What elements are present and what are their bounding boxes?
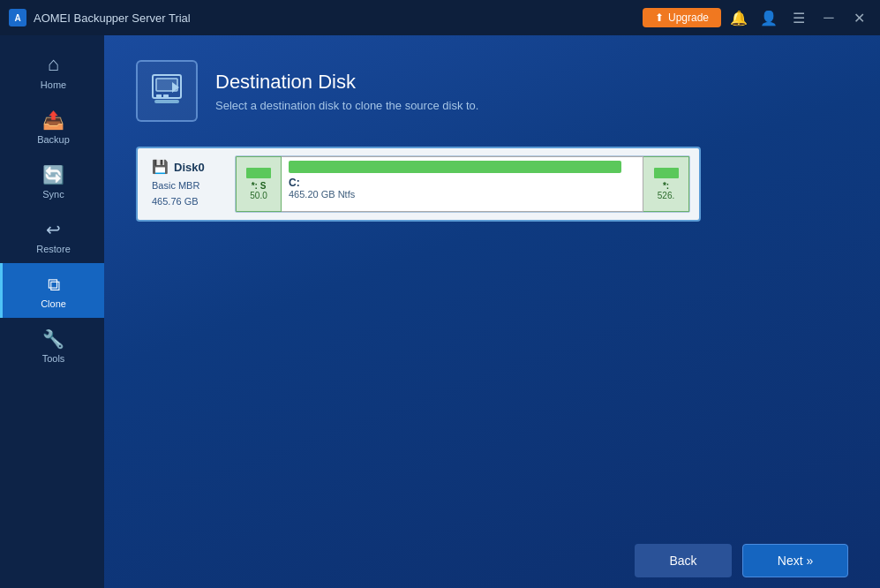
home-icon: ⌂ (48, 55, 59, 74)
menu-button[interactable]: ☰ (786, 5, 811, 30)
partition-main: C: 465.20 GB Ntfs (282, 156, 643, 212)
page-title-section: Destination Disk Select a destination di… (215, 71, 478, 112)
close-icon: ✕ (854, 10, 865, 26)
upgrade-icon: ⬆ (655, 11, 664, 24)
page-subtitle: Select a destination disk to clone the s… (215, 99, 478, 112)
back-button[interactable]: Back (635, 544, 732, 577)
tools-icon: 🔧 (42, 330, 64, 348)
sidebar-item-tools[interactable]: 🔧 Tools (0, 318, 104, 373)
sidebar: ⌂ Home 📤 Backup 🔄 Sync ↩ Restore ⧉ Clone… (0, 35, 104, 588)
sidebar-item-backup[interactable]: 📤 Backup (0, 99, 104, 154)
sidebar-label-home: Home (41, 79, 66, 90)
sidebar-label-tools: Tools (42, 353, 65, 364)
partition-end: *: 526. (643, 156, 689, 212)
account-button[interactable]: 👤 (756, 5, 781, 30)
sidebar-label-restore: Restore (36, 244, 71, 254)
svg-rect-5 (154, 100, 179, 103)
user-icon: 👤 (760, 10, 778, 26)
disk-partitions: *: S 50.0 C: 465.20 GB Ntfs *: (235, 155, 690, 213)
disk-size-label: 465.76 GB (152, 194, 229, 210)
partition-end-size: 526. (658, 191, 674, 200)
upgrade-button[interactable]: ⬆ Upgrade (643, 8, 721, 27)
destination-disk-icon (147, 68, 186, 114)
page-icon-box (136, 60, 198, 122)
upgrade-label: Upgrade (668, 11, 709, 24)
app-logo: A (9, 9, 26, 26)
sidebar-label-backup: Backup (37, 134, 70, 145)
sidebar-item-sync[interactable]: 🔄 Sync (0, 154, 104, 208)
disk-card-disk0[interactable]: 💾 Disk0 Basic MBR 465.76 GB *: S 50.0 (136, 147, 701, 222)
sidebar-item-clone[interactable]: ⧉ Clone (0, 263, 104, 318)
minimize-icon: ─ (824, 10, 833, 26)
restore-icon: ↩ (46, 221, 61, 238)
sidebar-item-home[interactable]: ⌂ Home (0, 42, 104, 99)
partition-main-bar (289, 161, 621, 173)
partition-small-label: *: S (252, 181, 267, 191)
content-area: Destination Disk Select a destination di… (104, 35, 880, 588)
titlebar: A AOMEI Backupper Server Trial ⬆ Upgrade… (0, 0, 880, 35)
partition-main-label: C: (289, 177, 636, 189)
app-title: AOMEI Backupper Server Trial (34, 11, 191, 25)
page-header: Destination Disk Select a destination di… (136, 60, 848, 122)
close-button[interactable]: ✕ (846, 5, 871, 30)
next-button[interactable]: Next » (742, 544, 848, 577)
disk-type-label: Basic MBR (152, 178, 229, 194)
disk-row: 💾 Disk0 Basic MBR 465.76 GB *: S 50.0 (147, 155, 690, 213)
sidebar-item-restore[interactable]: ↩ Restore (0, 208, 104, 263)
sync-icon: 🔄 (42, 166, 64, 184)
svg-rect-3 (156, 94, 162, 97)
titlebar-left: A AOMEI Backupper Server Trial (9, 9, 191, 26)
sidebar-label-sync: Sync (42, 189, 64, 200)
disk-meta: 💾 Disk0 Basic MBR 465.76 GB (147, 155, 235, 213)
hamburger-icon: ☰ (793, 10, 805, 26)
bell-icon: 🔔 (730, 10, 748, 26)
clone-icon: ⧉ (48, 275, 60, 293)
partition-small-size: 50.0 (250, 191, 267, 200)
disk-name-label: Disk0 (174, 161, 205, 174)
partition-system: *: S 50.0 (236, 156, 282, 212)
backup-icon: 📤 (42, 111, 64, 129)
svg-rect-4 (163, 94, 169, 97)
minimize-button[interactable]: ─ (816, 5, 841, 30)
partition-small-bar (246, 168, 271, 178)
footer: Back Next » (104, 533, 880, 588)
notification-button[interactable]: 🔔 (726, 5, 751, 30)
partition-end-bar (654, 168, 679, 178)
disk-list: 💾 Disk0 Basic MBR 465.76 GB *: S 50.0 (136, 147, 848, 222)
main-layout: ⌂ Home 📤 Backup 🔄 Sync ↩ Restore ⧉ Clone… (0, 35, 880, 588)
partition-end-label: *: (663, 181, 669, 191)
page-title: Destination Disk (215, 71, 478, 94)
sidebar-label-clone: Clone (41, 298, 66, 309)
titlebar-right: ⬆ Upgrade 🔔 👤 ☰ ─ ✕ (643, 5, 871, 30)
partition-main-size: 465.20 GB Ntfs (289, 189, 636, 200)
disk-drive-icon: 💾 (152, 159, 169, 175)
